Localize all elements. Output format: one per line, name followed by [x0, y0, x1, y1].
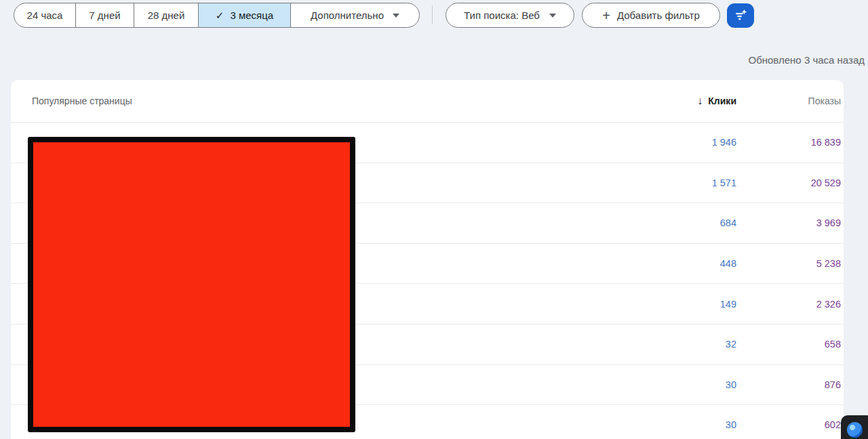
- clicks-value: 1 946: [712, 137, 736, 148]
- ai-filter-button[interactable]: [727, 3, 754, 28]
- clicks-value: 149: [720, 299, 736, 310]
- ai-filter-icon: [733, 7, 748, 24]
- impressions-value: 2 326: [816, 299, 841, 310]
- sort-descending-icon: ↓: [697, 95, 703, 107]
- chevron-down-icon: [549, 14, 556, 18]
- date-range-3m-selected[interactable]: ✓ 3 месяца: [198, 3, 290, 27]
- plus-icon: +: [602, 9, 610, 22]
- date-range-7d-label: 7 дней: [89, 9, 120, 21]
- clicks-value: 30: [726, 379, 736, 390]
- column-header-impressions[interactable]: Показы: [808, 96, 841, 106]
- add-filter-button[interactable]: + Добавить фильтр: [582, 3, 720, 28]
- last-updated-status: Обновлено 3 часа назад: [748, 54, 865, 66]
- filter-toolbar: 24 часа 7 дней 28 дней ✓ 3 месяца Дополн…: [0, 0, 868, 41]
- impressions-value: 5 238: [816, 258, 841, 269]
- toolbar-divider: [432, 5, 433, 24]
- date-range-24h[interactable]: 24 часа: [14, 3, 75, 27]
- clicks-value: 32: [726, 339, 736, 350]
- impressions-value: 16 839: [811, 137, 841, 148]
- table-header-row: Популярные страницы ↓ Клики Показы: [11, 80, 844, 123]
- impressions-value: 602: [825, 419, 841, 430]
- corner-app-badge[interactable]: [841, 415, 868, 439]
- impressions-value: 658: [825, 339, 841, 350]
- impressions-value: 3 969: [816, 217, 841, 228]
- date-range-28d-label: 28 дней: [148, 9, 185, 21]
- clicks-value: 684: [720, 217, 736, 228]
- badge-logo-icon: [847, 422, 863, 438]
- column-header-clicks[interactable]: ↓ Клики: [697, 95, 736, 107]
- date-range-3m-label: 3 месяца: [230, 9, 273, 21]
- clicks-value: 448: [720, 258, 736, 269]
- clicks-value: 1 571: [712, 177, 736, 188]
- check-icon: ✓: [216, 9, 224, 22]
- add-filter-label: Добавить фильтр: [617, 9, 700, 21]
- date-range-7d[interactable]: 7 дней: [75, 3, 134, 27]
- impressions-value: 876: [825, 379, 841, 390]
- search-type-dropdown[interactable]: Тип поиска: Веб: [446, 3, 574, 28]
- chevron-down-icon: [393, 14, 399, 18]
- date-range-more-label: Дополнительно: [311, 9, 384, 21]
- date-range-28d[interactable]: 28 дней: [134, 3, 198, 27]
- redaction-box: [28, 137, 355, 432]
- search-type-label: Тип поиска: Веб: [464, 9, 540, 21]
- column-header-clicks-label: Клики: [708, 96, 736, 106]
- date-range-more-button[interactable]: Дополнительно: [290, 3, 419, 27]
- impressions-value: 20 529: [811, 177, 841, 188]
- date-range-24h-label: 24 часа: [27, 9, 63, 21]
- column-header-pages[interactable]: Популярные страницы: [32, 96, 132, 106]
- clicks-value: 30: [726, 419, 736, 430]
- date-range-segmented-control: 24 часа 7 дней 28 дней ✓ 3 месяца Дополн…: [14, 3, 420, 28]
